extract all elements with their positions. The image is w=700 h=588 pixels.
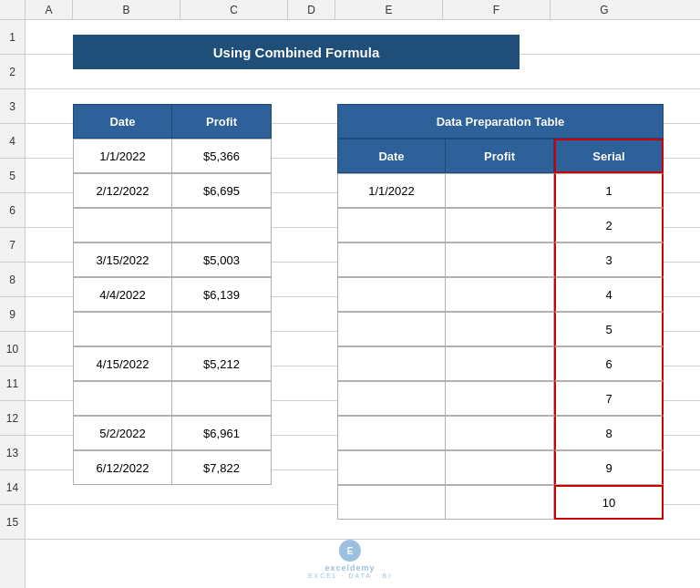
left-profit-1: $5,366 — [172, 139, 272, 173]
left-date-6 — [73, 312, 172, 346]
right-profit-10 — [446, 485, 554, 520]
left-row-3 — [73, 208, 272, 242]
right-serial-5: 5 — [554, 312, 664, 346]
right-profit-6 — [446, 346, 554, 381]
right-header-profit: Profit — [446, 139, 554, 173]
left-profit-8 — [172, 381, 272, 416]
right-date-6 — [337, 346, 446, 381]
left-row-2: 2/12/2022 $6,695 — [73, 173, 272, 208]
left-date-8 — [73, 381, 172, 416]
right-table: Data Preparation Table Date Profit Seria… — [337, 104, 664, 520]
row-num-7: 7 — [0, 228, 25, 263]
left-profit-9: $6,961 — [172, 416, 272, 450]
right-header-serial: Serial — [554, 139, 664, 173]
right-serial-4: 4 — [554, 277, 664, 312]
left-header-profit: Profit — [172, 104, 272, 139]
left-row-9: 5/2/2022 $6,961 — [73, 416, 272, 450]
left-table-header: Date Profit — [73, 104, 272, 139]
watermark-subtext: EXCEL · DATA · BI — [308, 573, 392, 579]
row-num-13: 13 — [0, 436, 25, 470]
col-header-f: F — [443, 0, 551, 19]
left-profit-4: $5,003 — [172, 242, 272, 277]
right-profit-1 — [446, 173, 554, 208]
title-banner: Using Combined Formula — [73, 35, 520, 69]
spreadsheet: A B C D E F G 1 2 3 4 5 6 7 8 9 10 11 12… — [0, 0, 700, 588]
row-num-14: 14 — [0, 470, 25, 505]
watermark-icon: E — [339, 540, 361, 562]
right-row-5: 5 — [337, 312, 664, 346]
row-num-6: 6 — [0, 193, 25, 228]
row-num-4: 4 — [0, 124, 25, 159]
right-profit-2 — [446, 208, 554, 242]
left-row-5: 4/4/2022 $6,139 — [73, 277, 272, 312]
left-row-10: 6/12/2022 $7,822 — [73, 450, 272, 485]
right-serial-2: 2 — [554, 208, 664, 242]
watermark-text: exceldemy — [324, 563, 375, 573]
left-row-1: 1/1/2022 $5,366 — [73, 139, 272, 173]
right-serial-1: 1 — [554, 173, 664, 208]
watermark: E exceldemy EXCEL · DATA · BI — [308, 540, 392, 579]
left-profit-5: $6,139 — [172, 277, 272, 312]
col-header-b: B — [73, 0, 180, 19]
row-num-3: 3 — [0, 89, 25, 124]
row-num-5: 5 — [0, 159, 25, 193]
left-date-4: 3/15/2022 — [73, 242, 172, 277]
right-table-subheader: Date Profit Serial — [337, 139, 664, 173]
left-row-4: 3/15/2022 $5,003 — [73, 242, 272, 277]
right-row-1: 1/1/2022 1 — [337, 173, 664, 208]
col-header-c: C — [180, 0, 288, 19]
right-profit-9 — [446, 450, 554, 485]
right-date-7 — [337, 381, 446, 416]
right-row-6: 6 — [337, 346, 664, 381]
right-serial-6: 6 — [554, 346, 664, 381]
right-row-2: 2 — [337, 208, 664, 242]
left-row-7: 4/15/2022 $5,212 — [73, 346, 272, 381]
right-date-2 — [337, 208, 446, 242]
row-num-15: 15 — [0, 505, 25, 540]
row-num-10: 10 — [0, 332, 25, 366]
row-num-2: 2 — [0, 55, 25, 89]
title-text: Using Combined Formula — [213, 45, 380, 60]
left-date-9: 5/2/2022 — [73, 416, 172, 450]
right-serial-10: 10 — [554, 485, 664, 520]
left-date-2: 2/12/2022 — [73, 173, 172, 208]
col-header-a: A — [26, 0, 73, 19]
right-row-3: 3 — [337, 242, 664, 277]
col-header-rownum — [0, 0, 26, 19]
right-row-4: 4 — [337, 277, 664, 312]
right-serial-8: 8 — [554, 416, 664, 450]
right-row-9: 9 — [337, 450, 664, 485]
left-profit-10: $7,822 — [172, 450, 272, 485]
right-serial-3: 3 — [554, 242, 664, 277]
left-row-8 — [73, 381, 272, 416]
right-row-7: 7 — [337, 381, 664, 416]
row-num-11: 11 — [0, 366, 25, 401]
left-profit-3 — [172, 208, 272, 242]
right-table-title: Data Preparation Table — [337, 104, 664, 139]
left-profit-7: $5,212 — [172, 346, 272, 381]
right-profit-5 — [446, 312, 554, 346]
right-profit-7 — [446, 381, 554, 416]
left-date-7: 4/15/2022 — [73, 346, 172, 381]
right-profit-8 — [446, 416, 554, 450]
row-num-8: 8 — [0, 263, 25, 297]
left-date-10: 6/12/2022 — [73, 450, 172, 485]
row-num-1: 1 — [0, 20, 25, 55]
right-profit-3 — [446, 242, 554, 277]
right-row-8: 8 — [337, 416, 664, 450]
left-date-5: 4/4/2022 — [73, 277, 172, 312]
left-profit-2: $6,695 — [172, 173, 272, 208]
right-serial-7: 7 — [554, 381, 664, 416]
col-header-g: G — [551, 0, 658, 19]
right-date-9 — [337, 450, 446, 485]
right-date-4 — [337, 277, 446, 312]
right-header-date: Date — [337, 139, 446, 173]
row-num-12: 12 — [0, 401, 25, 436]
left-table: Date Profit 1/1/2022 $5,366 2/12/2022 $6… — [73, 104, 272, 485]
left-date-1: 1/1/2022 — [73, 139, 172, 173]
col-header-d: D — [288, 0, 335, 19]
right-serial-9: 9 — [554, 450, 664, 485]
right-date-8 — [337, 416, 446, 450]
col-header-e: E — [335, 0, 443, 19]
left-profit-6 — [172, 312, 272, 346]
